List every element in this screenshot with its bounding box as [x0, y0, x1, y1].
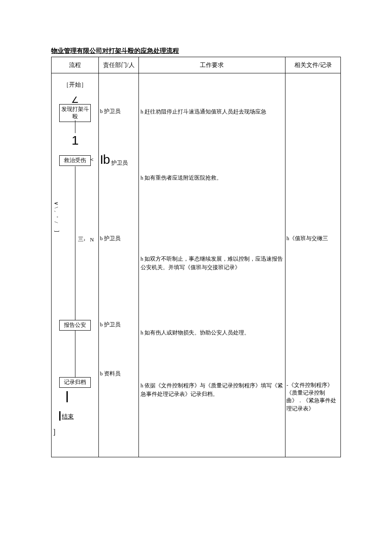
resp-guard-3: b 护卫员: [100, 321, 137, 328]
resp-guard-2: b 护卫员: [100, 235, 137, 242]
header-flow: 流程: [52, 57, 99, 73]
header-doc: 相关文件/记录: [285, 57, 341, 73]
resp-archivist: b 资料员: [100, 370, 137, 378]
flow-box-police: 报告公安: [59, 320, 91, 331]
n-label: N: [90, 236, 94, 243]
flow-table: 流程 责任部门/人 工作要求 相关文件/记录 ［开始］ ∠ 发现打架斗殴 1 救…: [51, 57, 341, 457]
flow-box-discover: 发现打架斗殴: [59, 104, 91, 122]
flow-box-archive: 记录归档: [59, 377, 91, 388]
side-chars: ∨\、' / ［: [52, 201, 60, 228]
resp-guard-1: b 护卫员: [100, 108, 137, 115]
req-1: h 赶往劝阻停止打斗速迅通知值班人员赶去现场应急: [141, 108, 284, 116]
flow-end: 结束: [59, 411, 74, 421]
req-2: h 如有重伤者应送附近医院抢救。: [141, 174, 284, 182]
doc-column: h《值班与交橄三 -《文件控制程序》《质量记录控制曲》．《紧急事件处理记录表》: [285, 73, 341, 457]
san-glyph: 三›: [78, 235, 85, 243]
doc-2: -《文件控制程序》《质量记录控制曲》．《紧急事件处理记录表》: [286, 381, 340, 413]
lt-icon: ＜: [89, 156, 95, 163]
glyph-1: 1: [72, 133, 79, 147]
doc-title: 物业管理有限公司对打架斗殴的应急处理流程: [51, 47, 341, 55]
angle-icon: ∠: [71, 95, 79, 105]
bar-icon: [66, 391, 68, 402]
flow-start: ［开始］: [52, 81, 98, 89]
req-3: h 如双方不听制止，事态继续发展，难以控制，应迅速报告公安机关。并填写《值班与交…: [141, 255, 284, 271]
bracket-icon: ］: [52, 427, 60, 437]
req-4: h 如有伤人或财物损失。协助公安人员处理。: [141, 328, 284, 337]
ib-role: 护卫员: [111, 160, 128, 166]
ib-glyph: Ib: [100, 152, 110, 166]
resp-column: b 护卫员 Ib 护卫员 b 护卫员 b 护卫员 b 资料员: [99, 73, 138, 457]
flow-box-rescue: 救治受伤: [59, 155, 91, 166]
doc-1: h《值班与交橄三: [286, 235, 340, 242]
header-req: 工作要求: [138, 57, 285, 73]
req-5: h 依据《文件控制程序》与《质量记录控制程序》填写《紧急事件处理记录表》记录归档…: [141, 381, 284, 398]
header-resp: 责任部门/人: [99, 57, 138, 73]
req-column: h 赶往劝阻停止打斗速迅通知值班人员赶去现场应急 h 如有重伤者应送附近医院抢救…: [138, 73, 285, 457]
flow-column: ［开始］ ∠ 发现打架斗殴 1 救治受伤 ＜ ∨\、' / ［ 三› N 报告公…: [52, 73, 99, 457]
